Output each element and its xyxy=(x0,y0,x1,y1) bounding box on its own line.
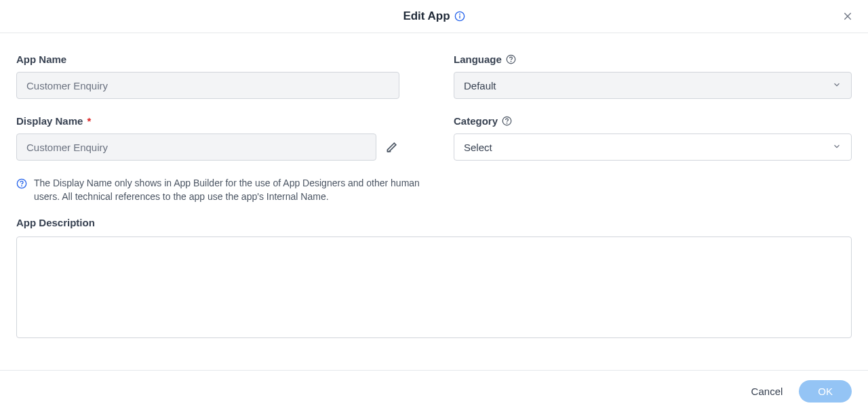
help-icon[interactable] xyxy=(506,54,516,64)
description-group: App Description xyxy=(16,217,852,341)
category-select[interactable]: Select xyxy=(454,133,852,161)
close-button[interactable] xyxy=(841,9,854,23)
app-name-group: App Name xyxy=(16,54,399,99)
display-name-group: Display Name * xyxy=(16,115,399,161)
app-name-label-text: App Name xyxy=(16,54,66,65)
app-name-input[interactable] xyxy=(16,72,399,99)
form-row-2: Display Name * Category xyxy=(16,115,852,161)
form-row-1: App Name Language Default xyxy=(16,54,852,99)
category-group: Category Select xyxy=(454,115,852,161)
modal-title-text: Edit App xyxy=(403,9,450,23)
required-asterisk: * xyxy=(87,115,91,127)
display-name-hint: The Display Name only shows in App Build… xyxy=(16,177,852,203)
modal-footer: Cancel OK xyxy=(0,370,868,412)
help-icon[interactable] xyxy=(502,116,512,126)
category-label-text: Category xyxy=(454,115,498,127)
display-name-label: Display Name * xyxy=(16,115,399,127)
display-name-input-wrap xyxy=(16,133,399,161)
language-label-text: Language xyxy=(454,54,502,65)
modal-header: Edit App xyxy=(0,0,868,33)
modal-title: Edit App xyxy=(403,9,465,23)
svg-point-6 xyxy=(511,61,511,62)
help-icon[interactable] xyxy=(16,178,27,203)
category-selected-text: Select xyxy=(464,142,492,153)
info-icon[interactable] xyxy=(454,11,465,22)
svg-point-2 xyxy=(459,14,460,14)
chevron-down-icon xyxy=(832,80,842,91)
display-name-label-text: Display Name xyxy=(16,115,83,127)
category-label: Category xyxy=(454,115,852,127)
language-selected-text: Default xyxy=(464,80,496,91)
chevron-down-icon xyxy=(832,142,842,153)
display-name-input[interactable] xyxy=(16,133,376,161)
language-label: Language xyxy=(454,54,852,65)
edit-icon[interactable] xyxy=(384,140,399,154)
description-label: App Description xyxy=(16,217,852,228)
language-select[interactable]: Default xyxy=(454,72,852,99)
ok-button[interactable]: OK xyxy=(799,380,852,403)
description-textarea[interactable] xyxy=(16,236,852,338)
language-group: Language Default xyxy=(454,54,852,99)
app-name-label: App Name xyxy=(16,54,399,65)
svg-point-9 xyxy=(507,123,507,123)
svg-point-11 xyxy=(22,186,22,186)
modal-body: App Name Language Default xyxy=(0,33,868,354)
display-name-hint-text: The Display Name only shows in App Build… xyxy=(34,177,427,203)
cancel-button[interactable]: Cancel xyxy=(751,386,783,397)
